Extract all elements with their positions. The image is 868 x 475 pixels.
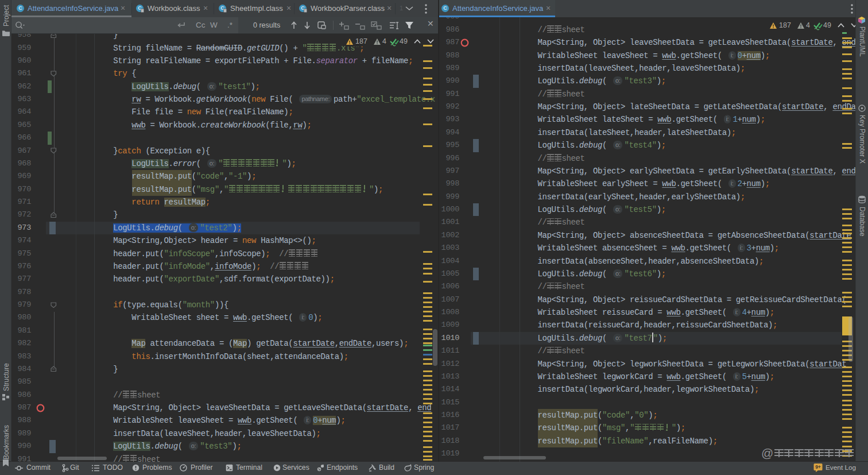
svg-text:9+: 9+ (815, 464, 821, 470)
